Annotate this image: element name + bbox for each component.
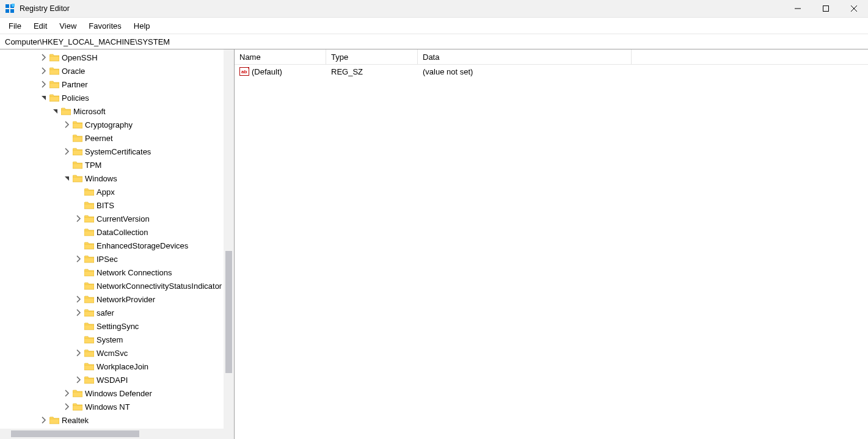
tree-item-label: WSDAPI	[97, 376, 128, 385]
tree-item[interactable]: OpenSSH	[0, 51, 234, 64]
window: Registry Editor File Edit View Favorites…	[0, 0, 868, 439]
chevron-down-icon[interactable]	[51, 107, 60, 115]
tree-item[interactable]: TPM	[0, 158, 234, 172]
tree-item-label: BITS	[97, 201, 114, 210]
tree-item[interactable]: Policies	[0, 91, 234, 104]
menu-help[interactable]: Help	[128, 19, 156, 33]
chevron-right-icon[interactable]	[40, 416, 48, 424]
folder-icon	[84, 228, 94, 236]
svg-rect-0	[5, 4, 9, 8]
tree-item-label: Realtek	[62, 416, 89, 425]
tree-item[interactable]: safer	[0, 306, 234, 319]
tree-item[interactable]: SettingSync	[0, 319, 234, 333]
tree-item[interactable]: WorkplaceJoin	[0, 360, 234, 373]
tree-item[interactable]: NetworkProvider	[0, 292, 234, 306]
folder-icon	[84, 376, 94, 384]
tree-item[interactable]: DataCollection	[0, 225, 234, 239]
tree-item[interactable]: Cryptography	[0, 118, 234, 131]
menu-file[interactable]: File	[2, 19, 27, 33]
chevron-right-icon[interactable]	[75, 295, 83, 303]
content-split: OpenSSHOraclePartnerPoliciesMicrosoftCry…	[0, 49, 868, 439]
tree-item-label: NetworkConnectivityStatusIndicator	[97, 281, 222, 291]
folder-icon	[73, 389, 82, 397]
string-value-icon	[239, 67, 249, 76]
chevron-right-icon[interactable]	[63, 147, 71, 156]
tree-item[interactable]: NetworkConnectivityStatusIndicator	[0, 279, 234, 292]
tree-item-label: Appx	[97, 187, 115, 197]
values-list-pane: Name Type Data (Default)REG_SZ(value not…	[235, 49, 868, 439]
chevron-right-icon[interactable]	[63, 120, 71, 129]
chevron-down-icon[interactable]	[63, 174, 71, 183]
tree-item[interactable]: BITS	[0, 198, 234, 212]
tree-item-label: System	[97, 335, 123, 344]
list-body[interactable]: (Default)REG_SZ(value not set)	[235, 65, 868, 439]
tree-item[interactable]: EnhancedStorageDevices	[0, 239, 234, 252]
folder-icon	[84, 214, 94, 223]
chevron-right-icon[interactable]	[40, 67, 48, 75]
folder-icon	[73, 161, 82, 169]
chevron-down-icon[interactable]	[40, 93, 48, 102]
tree-item-label: WcmSvc	[97, 349, 128, 358]
tree-item-label: Partner	[62, 80, 88, 89]
chevron-right-icon[interactable]	[75, 376, 83, 384]
tree-item[interactable]: System	[0, 333, 234, 346]
folder-icon	[49, 80, 59, 89]
chevron-right-icon[interactable]	[63, 389, 71, 397]
column-header-type[interactable]: Type	[326, 49, 418, 64]
tree-item[interactable]: IPSec	[0, 252, 234, 266]
folder-icon	[49, 93, 59, 102]
chevron-right-icon[interactable]	[75, 255, 83, 263]
tree-horizontal-scrollbar[interactable]	[0, 429, 234, 439]
column-header-name[interactable]: Name	[235, 49, 326, 64]
list-row[interactable]: (Default)REG_SZ(value not set)	[235, 65, 868, 78]
tree-item-label: NetworkProvider	[97, 295, 155, 304]
menu-favorites[interactable]: Favorites	[82, 19, 127, 33]
tree-item[interactable]: Peernet	[0, 131, 234, 145]
tree-item[interactable]: Oracle	[0, 64, 234, 78]
tree-item[interactable]: Realtek	[0, 413, 234, 427]
address-path: Computer\HKEY_LOCAL_MACHINE\SYSTEM	[5, 37, 170, 46]
address-bar[interactable]: Computer\HKEY_LOCAL_MACHINE\SYSTEM	[0, 34, 868, 49]
scrollbar-thumb[interactable]	[225, 251, 232, 373]
chevron-right-icon[interactable]	[40, 80, 48, 89]
menu-view[interactable]: View	[53, 19, 82, 33]
chevron-right-icon[interactable]	[40, 53, 48, 62]
chevron-right-icon[interactable]	[75, 308, 83, 317]
tree-item[interactable]: WSDAPI	[0, 373, 234, 386]
tree-item-label: DataCollection	[97, 228, 148, 237]
chevron-right-icon[interactable]	[63, 402, 71, 411]
registry-tree[interactable]: OpenSSHOraclePartnerPoliciesMicrosoftCry…	[0, 49, 234, 429]
column-header-data[interactable]: Data	[418, 49, 632, 64]
tree-item-label: EnhancedStorageDevices	[97, 241, 188, 250]
value-type-cell: REG_SZ	[326, 67, 418, 76]
tree-item[interactable]: Partner	[0, 78, 234, 91]
minimize-button[interactable]	[784, 0, 812, 17]
tree-item[interactable]: Appx	[0, 185, 234, 198]
tree-item[interactable]: Windows NT	[0, 400, 234, 413]
tree-vertical-scrollbar[interactable]	[224, 49, 234, 429]
value-data-cell: (value not set)	[418, 67, 632, 76]
tree-item[interactable]: Microsoft	[0, 104, 234, 118]
tree-item-label: OpenSSH	[62, 53, 98, 62]
svg-rect-5	[823, 6, 829, 12]
tree-item-label: TPM	[85, 161, 101, 170]
tree-item[interactable]: WcmSvc	[0, 346, 234, 360]
tree-scroll: OpenSSHOraclePartnerPoliciesMicrosoftCry…	[0, 49, 234, 429]
tree-item[interactable]: Windows	[0, 172, 234, 185]
folder-icon	[84, 255, 94, 263]
close-button[interactable]	[840, 0, 868, 17]
tree-item[interactable]: Windows Defender	[0, 386, 234, 400]
chevron-right-icon[interactable]	[75, 349, 83, 357]
tree-item-label: Windows	[85, 174, 117, 183]
value-name-cell: (Default)	[235, 67, 326, 76]
folder-icon	[84, 322, 94, 330]
menu-edit[interactable]: Edit	[27, 19, 53, 33]
scrollbar-thumb[interactable]	[11, 430, 139, 437]
tree-item-label: Windows NT	[85, 402, 130, 412]
maximize-button[interactable]	[812, 0, 840, 17]
chevron-right-icon[interactable]	[75, 214, 83, 223]
tree-item-label: safer	[97, 308, 114, 317]
tree-item[interactable]: Network Connections	[0, 266, 234, 279]
tree-item[interactable]: CurrentVersion	[0, 212, 234, 225]
tree-item[interactable]: SystemCertificates	[0, 145, 234, 158]
